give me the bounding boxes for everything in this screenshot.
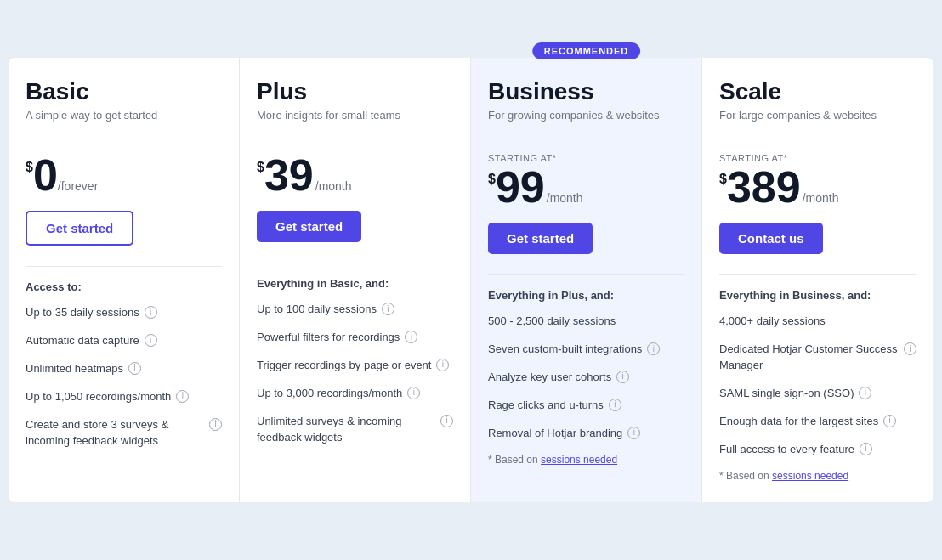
feature-text-business-1: Seven custom-built integrations xyxy=(488,342,642,358)
price-suffix-plus: /month xyxy=(315,179,352,193)
feature-item-basic-2: Unlimited heatmaps i xyxy=(26,361,222,377)
price-amount-plus: 39 xyxy=(264,153,314,197)
feature-text-business-2: Analyze key user cohorts xyxy=(488,370,611,386)
price-amount-scale: 389 xyxy=(727,165,801,209)
price-suffix-basic: /forever xyxy=(58,179,98,193)
price-suffix-business: /month xyxy=(547,191,583,205)
feature-item-scale-2: SAML single sign-on (SSO) i xyxy=(719,386,916,402)
feature-item-business-3: Rage clicks and u-turns i xyxy=(488,398,684,414)
info-icon-scale-3[interactable]: i xyxy=(883,415,896,427)
info-icon-plus-3[interactable]: i xyxy=(407,387,420,399)
recommended-badge: RECOMMENDED xyxy=(532,42,641,59)
plan-description-plus: More insights for small teams xyxy=(257,109,453,139)
feature-item-basic-1: Automatic data capture i xyxy=(26,333,222,349)
plan-name-business: Business xyxy=(488,78,684,105)
feature-text-plus-2: Trigger recordings by page or event xyxy=(257,358,431,374)
info-icon-basic-4[interactable]: i xyxy=(209,418,222,431)
cta-button-business[interactable]: Get started xyxy=(488,223,593,254)
feature-text-basic-4: Create and store 3 surveys & incoming fe… xyxy=(26,417,204,450)
info-icon-business-4[interactable]: i xyxy=(627,427,640,439)
feature-text-scale-0: 4,000+ daily sessions xyxy=(719,314,826,330)
plan-description-basic: A simple way to get started xyxy=(26,109,222,139)
cta-button-scale[interactable]: Contact us xyxy=(719,223,823,254)
info-icon-business-2[interactable]: i xyxy=(616,371,629,383)
plan-name-basic: Basic xyxy=(26,78,222,105)
feature-text-plus-4: Unlimited surveys & incoming feedback wi… xyxy=(257,414,435,446)
info-icon-plus-0[interactable]: i xyxy=(382,303,394,315)
info-icon-business-1[interactable]: i xyxy=(647,342,660,355)
feature-item-scale-4: Full access to every feature i xyxy=(719,442,916,458)
info-icon-basic-3[interactable]: i xyxy=(176,390,189,403)
feature-item-scale-1: Dedicated Hotjar Customer Success Manage… xyxy=(719,342,916,374)
section-header-basic: Access to: xyxy=(26,280,222,293)
footnote-scale: * Based on sessions needed xyxy=(719,470,916,482)
feature-item-basic-0: Up to 35 daily sessions i xyxy=(26,305,222,321)
price-amount-basic: 0 xyxy=(33,153,58,197)
price-row-plus: $ 39 /month xyxy=(257,153,453,197)
feature-text-scale-1: Dedicated Hotjar Customer Success Manage… xyxy=(719,342,899,374)
feature-item-business-4: Removal of Hotjar branding i xyxy=(488,426,684,442)
section-header-business: Everything in Plus, and: xyxy=(488,289,684,302)
divider-scale xyxy=(719,274,916,275)
feature-item-plus-0: Up to 100 daily sessions i xyxy=(257,302,453,318)
feature-item-business-2: Analyze key user cohorts i xyxy=(488,370,684,386)
price-suffix-scale: /month xyxy=(803,191,839,205)
info-icon-scale-1[interactable]: i xyxy=(904,342,916,355)
feature-text-business-3: Rage clicks and u-turns xyxy=(488,398,604,414)
divider-basic xyxy=(26,266,222,267)
feature-item-scale-3: Enough data for the largest sites i xyxy=(719,414,916,430)
plan-card-business: RECOMMENDEDBusinessFor growing companies… xyxy=(471,58,702,501)
plan-card-basic: BasicA simple way to get started $ 0 /fo… xyxy=(9,58,240,501)
plan-description-business: For growing companies & websites xyxy=(488,109,684,139)
divider-business xyxy=(488,274,684,275)
divider-plus xyxy=(257,263,453,263)
feature-text-business-4: Removal of Hotjar branding xyxy=(488,426,622,442)
price-dollar-business: $ xyxy=(488,172,496,187)
plan-name-plus: Plus xyxy=(257,78,453,105)
cta-button-basic[interactable]: Get started xyxy=(26,211,133,246)
feature-text-plus-0: Up to 100 daily sessions xyxy=(257,302,377,318)
feature-text-scale-4: Full access to every feature xyxy=(719,442,854,458)
price-dollar-basic: $ xyxy=(26,160,33,175)
feature-text-plus-3: Up to 3,000 recordings/month xyxy=(257,386,402,402)
price-row-basic: $ 0 /forever xyxy=(26,153,222,197)
feature-item-basic-4: Create and store 3 surveys & incoming fe… xyxy=(26,417,222,450)
info-icon-basic-1[interactable]: i xyxy=(145,334,157,347)
footnote-link-scale[interactable]: sessions needed xyxy=(772,470,848,482)
feature-text-basic-2: Unlimited heatmaps xyxy=(26,361,123,377)
info-icon-plus-2[interactable]: i xyxy=(436,359,449,371)
section-header-plus: Everything in Basic, and: xyxy=(257,277,453,290)
info-icon-basic-2[interactable]: i xyxy=(128,362,141,375)
plan-name-scale: Scale xyxy=(719,78,916,105)
feature-text-plus-1: Powerful filters for recordings xyxy=(257,330,400,346)
feature-text-basic-1: Automatic data capture xyxy=(26,333,139,349)
price-row-business: $ 99 /month xyxy=(488,165,684,209)
pricing-table: BasicA simple way to get started $ 0 /fo… xyxy=(9,58,933,501)
feature-item-plus-1: Powerful filters for recordings i xyxy=(257,330,453,346)
info-icon-plus-1[interactable]: i xyxy=(405,331,417,343)
feature-item-plus-2: Trigger recordings by page or event i xyxy=(257,358,453,374)
feature-item-plus-4: Unlimited surveys & incoming feedback wi… xyxy=(257,414,453,446)
section-header-scale: Everything in Business, and: xyxy=(719,289,916,302)
feature-text-business-0: 500 - 2,500 daily sessions xyxy=(488,314,616,330)
plan-card-scale: ScaleFor large companies & websitesSTART… xyxy=(702,58,933,501)
plan-description-scale: For large companies & websites xyxy=(719,109,916,139)
feature-item-business-0: 500 - 2,500 daily sessions xyxy=(488,314,684,330)
footnote-business: * Based on sessions needed xyxy=(488,454,684,466)
feature-text-scale-3: Enough data for the largest sites xyxy=(719,414,878,430)
feature-text-scale-2: SAML single sign-on (SSO) xyxy=(719,386,854,402)
info-icon-scale-2[interactable]: i xyxy=(859,387,871,399)
price-row-scale: $ 389 /month xyxy=(719,165,916,209)
cta-button-plus[interactable]: Get started xyxy=(257,211,361,242)
info-icon-plus-4[interactable]: i xyxy=(440,415,453,427)
feature-item-scale-0: 4,000+ daily sessions xyxy=(719,314,916,330)
feature-item-business-1: Seven custom-built integrations i xyxy=(488,342,684,358)
price-dollar-plus: $ xyxy=(257,160,264,175)
info-icon-business-3[interactable]: i xyxy=(609,399,621,411)
plan-card-plus: PlusMore insights for small teams $ 39 /… xyxy=(240,58,471,501)
info-icon-scale-4[interactable]: i xyxy=(860,443,872,455)
footnote-link-business[interactable]: sessions needed xyxy=(541,454,617,466)
feature-item-plus-3: Up to 3,000 recordings/month i xyxy=(257,386,453,402)
price-amount-business: 99 xyxy=(496,165,545,209)
info-icon-basic-0[interactable]: i xyxy=(145,306,157,319)
